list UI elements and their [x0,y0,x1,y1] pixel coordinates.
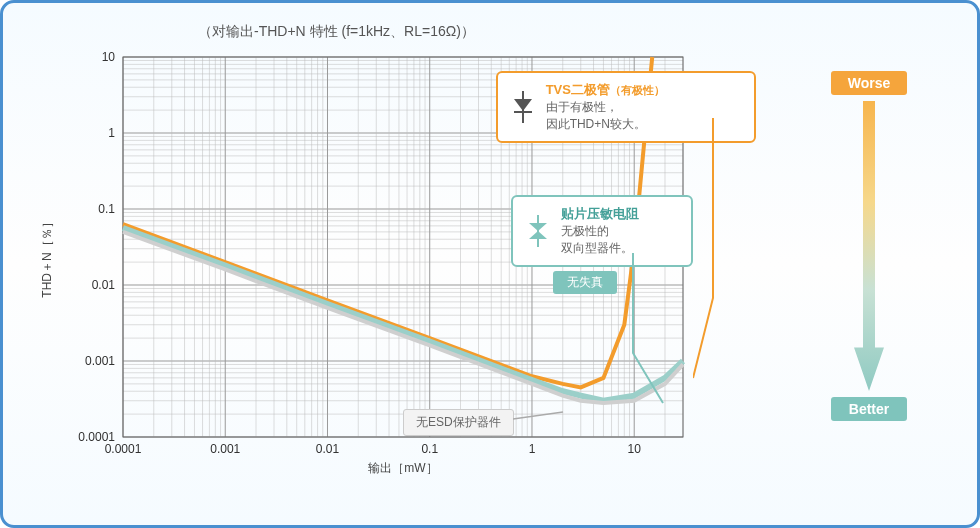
worse-better-indicator: Worse Better [831,71,907,441]
svg-text:0.01: 0.01 [92,278,116,292]
svg-text:0.0001: 0.0001 [78,430,115,444]
no-esd-label: 无ESD保护器件 [403,409,514,436]
callout-tvs-subtitle: （有极性） [610,84,665,96]
svg-text:1: 1 [529,442,536,456]
callout-varistor-title: 贴片压敏电阻 [561,206,639,221]
svg-marker-112 [529,231,547,239]
svg-text:0.001: 0.001 [85,354,115,368]
gradient-arrow-icon [854,101,884,391]
chart-title: （对输出-THD+N 特性 (f=1kHz、RL=16Ω)） [198,23,947,41]
svg-text:0.1: 0.1 [98,202,115,216]
svg-text:1: 1 [108,126,115,140]
better-label: Better [831,397,907,421]
diode-icon [510,91,536,123]
y-axis-label: THD＋N［％］ [40,216,54,297]
chart-card: （对输出-THD+N 特性 (f=1kHz、RL=16Ω)） 0.00010.0… [0,0,980,528]
svg-text:10: 10 [102,50,116,64]
varistor-icon [525,215,551,247]
svg-marker-111 [529,223,547,231]
callout-tvs-diode: TVS二极管（有极性） 由于有极性，因此THD+N较大。 [496,71,756,143]
x-axis-label: 输出［mW］ [368,461,437,475]
no-distortion-badge: 无失真 [553,271,617,294]
callout-tvs-title: TVS二极管 [546,82,610,97]
svg-text:0.001: 0.001 [210,442,240,456]
svg-text:10: 10 [628,442,642,456]
worse-label: Worse [831,71,907,95]
svg-marker-108 [514,99,532,111]
callout-varistor: 贴片压敏电阻 无极性的双向型器件。 [511,195,693,267]
svg-text:0.01: 0.01 [316,442,340,456]
svg-text:0.1: 0.1 [421,442,438,456]
svg-text:0.0001: 0.0001 [105,442,142,456]
